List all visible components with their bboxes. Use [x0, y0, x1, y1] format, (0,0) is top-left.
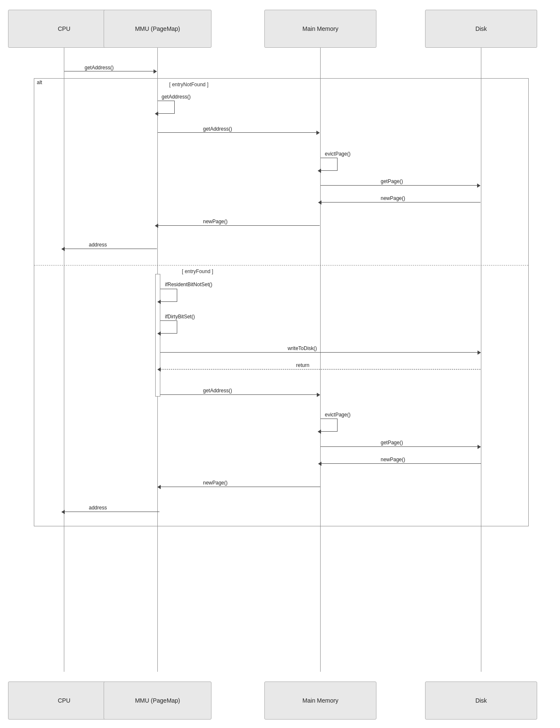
arrow-writetodisk: [160, 352, 480, 353]
arrowhead-address-1: [61, 247, 65, 251]
self-arrow-mmu-2-bottom: [160, 301, 177, 302]
actor-mem-bottom: Main Memory: [264, 681, 376, 720]
self-arrow-mmu-1-right: [174, 101, 175, 113]
arrow-getaddress-1: [64, 71, 156, 71]
self-arrow-mem-2-right: [337, 419, 338, 431]
arrow-getaddress-3: [160, 394, 320, 395]
label-self-mmu-3: ifDirtyBitSet(): [165, 314, 195, 320]
self-arrow-mem-2-top: [321, 419, 338, 419]
label-self-mem-2: evictPage(): [325, 412, 351, 418]
arrowhead-mem-self-2: [318, 430, 321, 434]
arrowhead-newpage-disk-mem-1: [318, 200, 321, 205]
arrowhead-getpage-1: [477, 183, 480, 188]
label-getpage-1: getPage(): [381, 178, 403, 184]
arrow-newpage-mem-mmu-1: [158, 225, 320, 226]
arrowhead-getpage-2: [478, 445, 481, 449]
label-return: return: [296, 362, 309, 368]
arrow-newpage-mem-mmu-2: [160, 487, 320, 487]
arrowhead-getaddress-2: [316, 131, 320, 135]
self-arrow-mmu-1-top: [158, 101, 175, 101]
arrow-return-dashed: [160, 369, 480, 369]
label-writetodisk: writeToDisk(): [288, 345, 317, 351]
arrow-address-2: [64, 512, 159, 512]
arrow-address-1: [64, 249, 157, 249]
arrowhead-mmu-self-2: [157, 300, 161, 304]
arrow-getaddress-2: [158, 132, 319, 133]
arrowhead-mem-self-1: [318, 169, 321, 173]
arrowhead-getaddress-1: [154, 69, 157, 74]
label-newpage-mem-mmu-2: newPage(): [203, 480, 228, 486]
arrowhead-getaddress-3: [317, 393, 320, 397]
label-self-mem-1: evictPage(): [325, 151, 351, 157]
actor-mem-top: Main Memory: [264, 10, 376, 48]
self-arrow-mmu-2-right: [177, 289, 177, 301]
condition-entry-found: [ entryFound ]: [182, 268, 213, 274]
frame-alt: [34, 78, 529, 526]
actor-mmu-bottom: MMU (PageMap): [104, 681, 211, 720]
label-newpage-disk-mem-2: newPage(): [381, 457, 405, 463]
label-address-1: address: [89, 242, 107, 248]
self-arrow-mmu-3-bottom: [160, 333, 177, 334]
frame-label-alt: alt: [34, 78, 45, 86]
arrowhead-address-2: [61, 510, 65, 514]
arrow-getpage-2: [321, 446, 480, 447]
label-getaddress-2: getAddress(): [203, 126, 232, 132]
actor-disk-top: Disk: [425, 10, 537, 48]
label-self-mmu-1: getAddress(): [162, 94, 191, 100]
self-arrow-mmu-1-bottom: [158, 113, 175, 114]
arrowhead-newpage-mem-mmu-2: [157, 485, 161, 489]
arrowhead-newpage-disk-mem-2: [318, 462, 321, 466]
label-getaddress-1: getAddress(): [85, 65, 114, 71]
label-getpage-2: getPage(): [381, 440, 403, 446]
actor-mmu-top: MMU (PageMap): [104, 10, 211, 48]
arrow-newpage-disk-mem-1: [321, 202, 480, 203]
label-address-2: address: [89, 505, 107, 511]
divider-alt: [34, 265, 528, 265]
self-arrow-mem-2-bottom: [321, 431, 338, 432]
arrow-newpage-disk-mem-2: [321, 463, 481, 464]
self-arrow-mem-1-bottom: [321, 170, 338, 171]
self-arrow-mem-1-right: [337, 158, 338, 170]
arrowhead-newpage-mem-mmu-1: [155, 224, 158, 228]
arrowhead-mmu-self-1: [155, 112, 158, 116]
self-arrow-mem-1-top: [321, 158, 338, 158]
actor-disk-bottom: Disk: [425, 681, 537, 720]
self-arrow-mmu-3-top: [160, 320, 177, 321]
arrow-getpage-1: [321, 185, 480, 186]
self-arrow-mmu-2-top: [160, 289, 177, 289]
arrowhead-writetodisk: [478, 350, 481, 355]
label-getaddress-3: getAddress(): [203, 388, 232, 394]
arrowhead-return: [157, 367, 161, 372]
label-self-mmu-2: ifResidentBitNotSet(): [165, 282, 212, 287]
arrowhead-mmu-self-3: [157, 331, 161, 336]
self-arrow-mmu-3-right: [177, 320, 177, 333]
condition-entrynot-found: [ entryNotFound ]: [169, 82, 209, 88]
diagram-container: CPU MMU (PageMap) Main Memory Disk alt […: [0, 0, 560, 728]
label-newpage-mem-mmu-1: newPage(): [203, 219, 228, 224]
label-newpage-disk-mem-1: newPage(): [381, 195, 405, 201]
